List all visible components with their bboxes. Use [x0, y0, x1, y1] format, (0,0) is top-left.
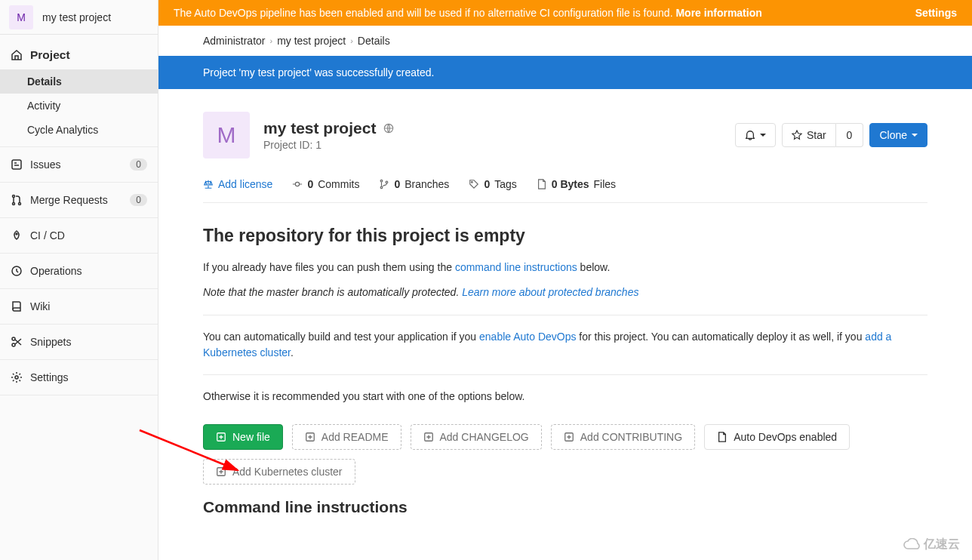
divider	[203, 315, 927, 315]
chevron-right-icon: ›	[269, 36, 272, 45]
svg-point-7	[12, 343, 15, 346]
empty-repo-title: The repository for this project is empty	[203, 226, 927, 246]
empty-text-push: If you already have files you can push t…	[203, 260, 927, 275]
notifications-dropdown[interactable]	[735, 123, 776, 147]
project-title: my test project	[263, 119, 394, 137]
divider	[203, 374, 927, 375]
empty-text-autodevops: You can automatically build and test you…	[203, 329, 927, 361]
sidebar-item-label: Project	[30, 48, 147, 62]
plus-square-icon	[564, 432, 574, 442]
sidebar-subitem-cycle-analytics[interactable]: Cycle Analytics	[0, 118, 158, 142]
scale-icon	[203, 179, 214, 189]
rocket-icon	[11, 229, 23, 242]
breadcrumb: Administrator › my test project › Detail…	[203, 26, 927, 56]
sidebar-item-issues[interactable]: Issues 0	[0, 152, 158, 177]
branches-stat[interactable]: 0 Branches	[379, 178, 449, 190]
book-icon	[11, 300, 23, 312]
svg-point-8	[15, 376, 18, 379]
commits-stat[interactable]: 0 Commits	[292, 178, 359, 190]
plus-square-icon	[423, 432, 434, 442]
add-contributing-button[interactable]: Add CONTRIBUTING	[551, 424, 695, 450]
breadcrumb-administrator[interactable]: Administrator	[203, 35, 265, 47]
project-avatar: M	[203, 112, 250, 158]
star-icon	[792, 130, 802, 140]
project-id: Project ID: 1	[263, 139, 735, 151]
add-k8s-cluster-button[interactable]: Add Kubernetes cluster	[203, 459, 355, 485]
add-changelog-button[interactable]: Add CHANGELOG	[411, 424, 542, 450]
auto-devops-banner: The Auto DevOps pipeline has been enable…	[158, 0, 972, 26]
banner-settings-link[interactable]: Settings	[915, 7, 957, 19]
svg-rect-0	[12, 160, 21, 169]
tag-icon	[469, 179, 479, 189]
cli-instructions-title: Command line instructions	[203, 498, 927, 516]
chevron-down-icon	[912, 132, 918, 138]
new-file-button[interactable]: New file	[203, 424, 283, 450]
svg-point-6	[12, 337, 15, 340]
star-button[interactable]: Star	[782, 123, 836, 147]
watermark: 亿速云	[903, 537, 960, 552]
button-label: Add CHANGELOG	[440, 431, 529, 443]
sidebar-item-project[interactable]: Project	[0, 39, 158, 69]
mr-count-badge: 0	[130, 194, 147, 206]
banner-text: The Auto DevOps pipeline has been enable…	[174, 7, 675, 19]
button-label: Add Kubernetes cluster	[232, 466, 343, 478]
sidebar-item-label: CI / CD	[30, 229, 147, 242]
svg-point-10	[296, 182, 300, 186]
sidebar-item-operations[interactable]: Operations	[0, 258, 158, 284]
home-icon	[11, 49, 23, 61]
sidebar-item-label: Merge Requests	[30, 194, 130, 206]
success-text: Project 'my test project' was successful…	[203, 66, 927, 78]
operations-icon	[11, 265, 23, 277]
sidebar-item-snippets[interactable]: Snippets	[0, 329, 158, 355]
scissors-icon	[11, 336, 23, 348]
add-readme-button[interactable]: Add README	[292, 424, 401, 450]
sidebar-subitem-details[interactable]: Details	[0, 69, 158, 94]
sidebar-item-label: Settings	[30, 371, 147, 383]
enable-autodevops-link[interactable]: enable Auto DevOps	[479, 331, 576, 343]
svg-point-2	[13, 203, 15, 205]
svg-point-11	[381, 180, 383, 182]
success-banner: Project 'my test project' was successful…	[158, 56, 972, 89]
issues-icon	[11, 158, 23, 171]
files-stat[interactable]: 0 Bytes Files	[537, 178, 616, 190]
project-name-small: my test project	[42, 11, 111, 23]
branch-icon	[379, 179, 389, 189]
empty-text-otherwise: Otherwise it is recommended you start wi…	[203, 389, 927, 405]
button-label: Add CONTRIBUTING	[580, 431, 682, 443]
chevron-right-icon: ›	[350, 36, 353, 45]
globe-icon	[383, 123, 394, 134]
clone-button[interactable]: Clone	[869, 123, 927, 147]
commit-icon	[292, 179, 303, 189]
bell-icon	[745, 130, 755, 140]
sidebar-item-merge-requests[interactable]: Merge Requests 0	[0, 187, 158, 213]
star-label: Star	[807, 129, 826, 141]
clone-label: Clone	[879, 129, 907, 141]
protected-branches-link[interactable]: Learn more about protected branches	[462, 286, 638, 298]
plus-square-icon	[216, 432, 226, 442]
tags-stat[interactable]: 0 Tags	[469, 178, 516, 190]
sidebar-item-settings[interactable]: Settings	[0, 365, 158, 390]
button-label: Auto DevOps enabled	[734, 431, 837, 443]
button-label: New file	[232, 431, 270, 443]
add-license-link[interactable]: Add license	[203, 178, 272, 190]
svg-point-1	[13, 195, 15, 198]
auto-devops-enabled-button[interactable]: Auto DevOps enabled	[704, 424, 850, 450]
breadcrumb-project[interactable]: my test project	[277, 35, 346, 47]
merge-request-icon	[11, 194, 23, 206]
more-information-link[interactable]: More information	[675, 7, 761, 19]
issues-count-badge: 0	[130, 158, 147, 171]
chevron-down-icon	[760, 132, 766, 138]
svg-point-13	[386, 181, 389, 183]
sidebar-item-cicd[interactable]: CI / CD	[0, 223, 158, 248]
sidebar-project-header[interactable]: M my test project	[0, 0, 158, 35]
svg-point-3	[19, 203, 21, 205]
sidebar-item-wiki[interactable]: Wiki	[0, 294, 158, 319]
sidebar-subitem-activity[interactable]: Activity	[0, 94, 158, 118]
empty-note-protected: Note that the master branch is automatic…	[203, 286, 927, 298]
button-label: Add README	[321, 431, 389, 443]
star-count[interactable]: 0	[836, 123, 864, 147]
file-icon	[717, 432, 727, 442]
cli-instructions-link[interactable]: command line instructions	[455, 261, 577, 273]
project-avatar-small: M	[9, 5, 33, 29]
plus-square-icon	[305, 432, 315, 442]
